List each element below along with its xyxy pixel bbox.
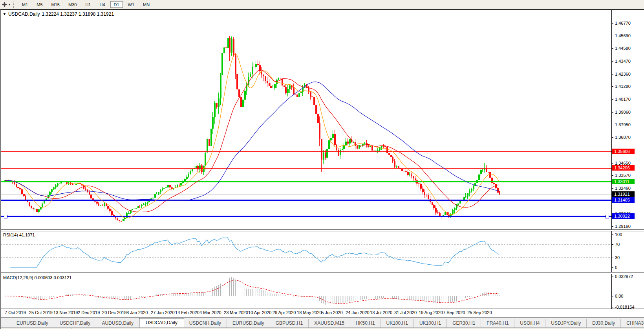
- rsi-pane[interactable]: RSI(14) 41.1071 10070300: [1, 231, 644, 272]
- date-axis-label: 2 Dec 2019: [78, 310, 100, 315]
- price-axis-tick-label: 1.44580: [615, 46, 631, 51]
- price-axis-tick-label: 1.37950: [615, 122, 631, 127]
- rsi-chart-svg[interactable]: [1, 231, 612, 272]
- date-axis-label: 13 Nov 2019: [53, 310, 78, 315]
- macd-axis-tick: [612, 296, 613, 296]
- rsi-axis-tick: [612, 258, 613, 258]
- timeframe-button-m15[interactable]: M15: [48, 1, 63, 8]
- macd-axis-tick: [612, 276, 613, 276]
- chart-tab-hk50-h1[interactable]: HK50,H1: [350, 319, 381, 327]
- chart-tab-bar: EURUSD,DailyUSDCHF,DailyAUDUSD,DailyUSDC…: [1, 317, 644, 327]
- price-axis-tick-label: 1.46770: [615, 21, 631, 25]
- date-axis-label: 4 Mar 2020: [199, 310, 221, 315]
- line-handle[interactable]: [4, 215, 7, 218]
- date-axis-label: 29 Apr 2020: [273, 310, 296, 315]
- level-price-label[interactable]: 1.34206: [612, 165, 635, 171]
- price-axis-tick-label: 1.29160: [615, 224, 631, 229]
- chart-title: ▼ USDCAD,Daily 1.32224 1.32237 1.31898 1…: [3, 11, 114, 17]
- rsi-axis-tick-label: 100: [615, 232, 622, 237]
- chart-tab-eurusd-daily[interactable]: EURUSD,Daily: [11, 319, 54, 327]
- price-axis-tick: [612, 137, 613, 138]
- price-axis-tick-label: 1.40170: [615, 97, 631, 102]
- price-axis-tick: [612, 188, 613, 189]
- chart-tab-fra40-h1[interactable]: FRA40,H1: [481, 319, 514, 327]
- crosshair-tool-icon[interactable]: [1, 1, 8, 8]
- price-axis-tick-label: 1.42360: [615, 72, 631, 76]
- level-price-label[interactable]: 1.30022: [612, 213, 635, 219]
- price-axis-tick: [612, 175, 613, 176]
- rsi-label: RSI(14) 41.1071: [3, 233, 35, 237]
- date-axis-label: 31 Jul 2020: [394, 310, 417, 315]
- rsi-axis-tick: [612, 267, 613, 268]
- rsi-axis-tick-label: 70: [615, 242, 620, 247]
- chart-tab-china300-h1[interactable]: CHINA300,H1: [621, 319, 644, 327]
- price-axis-tick: [612, 86, 613, 87]
- price-axis-tick-label: 1.39060: [615, 110, 631, 115]
- chart-tab-usdjpy-daily[interactable]: USDJPY,Daily: [545, 319, 587, 327]
- price-axis-tick: [612, 36, 613, 36]
- price-axis[interactable]: 1.467701.456901.445801.434701.423601.412…: [611, 10, 644, 229]
- top-toolbar: ▾ M1M5M15M30H1H4D1W1MN: [0, 0, 644, 9]
- date-axis-label: 25 Sep 2020: [467, 310, 492, 315]
- chart-tab-uk100-h1[interactable]: UK100,H1: [381, 319, 414, 327]
- chart-collapse-icon[interactable]: ▼: [3, 12, 6, 16]
- toolbar-grip[interactable]: [13, 2, 16, 8]
- chart-ohlc-values: 1.32224 1.32237 1.31898 1.31921: [42, 11, 114, 17]
- level-price-label[interactable]: 1.35606: [612, 149, 635, 154]
- level-price-label[interactable]: 1.33011: [612, 179, 635, 184]
- chart-tab-xauusd-m15[interactable]: XAUUSD,M15: [309, 319, 350, 327]
- macd-axis[interactable]: 0.0329720.00-0.018154: [611, 274, 644, 309]
- price-axis-tick-label: 1.45690: [615, 33, 631, 38]
- price-axis-tick-label: 1.32460: [615, 186, 631, 191]
- chart-tab-usdcnh-daily[interactable]: USDCNH,Daily: [184, 319, 227, 327]
- chart-tab-gbpusd-h1[interactable]: GBPUSD,H1: [270, 319, 309, 327]
- chart-tab-ger30-h1[interactable]: GER30,H1: [447, 319, 481, 327]
- price-axis-tick: [612, 112, 613, 113]
- date-axis-label: 19 Aug 2020: [419, 310, 443, 315]
- timeframe-button-w1[interactable]: W1: [124, 1, 138, 8]
- price-pane[interactable]: ▼ USDCAD,Daily 1.32224 1.32237 1.31898 1…: [1, 10, 644, 229]
- line-handle[interactable]: [606, 215, 609, 218]
- chart-symbol-label: USDCAD,Daily: [8, 11, 40, 17]
- price-chart-svg[interactable]: [1, 10, 612, 229]
- macd-chart-svg[interactable]: [1, 274, 612, 309]
- date-axis[interactable]: 7 Oct 201925 Oct 201913 Nov 20192 Dec 20…: [1, 309, 644, 317]
- chart-tab-usdchf-daily[interactable]: USDCHF,Daily: [54, 319, 97, 327]
- price-axis-tick: [612, 125, 613, 125]
- macd-pane[interactable]: MACD(12,26,9) 0.000603 0.003121 0.032972…: [1, 274, 644, 309]
- chart-tab-uk100-h1[interactable]: UK100,H1: [414, 319, 447, 327]
- price-axis-tick-label: 1.36870: [615, 135, 631, 140]
- rsi-axis-tick: [612, 244, 613, 245]
- macd-axis-tick-label: 0.00: [615, 294, 623, 298]
- date-axis-label: 27 Jan 2020: [151, 310, 175, 315]
- rsi-axis-tick-label: 30: [615, 255, 620, 260]
- date-axis-label: 25 Oct 2019: [29, 310, 53, 315]
- timeframe-button-m1[interactable]: M1: [18, 1, 31, 8]
- macd-label: MACD(12,26,9) 0.000603 0.003121: [3, 275, 71, 280]
- timeframe-button-mn[interactable]: MN: [139, 1, 153, 8]
- tool-dropdown-arrow[interactable]: ▾: [9, 3, 10, 6]
- price-axis-tick-label: 1.33570: [615, 173, 631, 178]
- current-price-label[interactable]: 1.31921: [612, 191, 635, 197]
- rsi-axis-tick-label: 0: [615, 265, 617, 270]
- date-axis-label: 8 Jan 2020: [126, 310, 148, 315]
- chart-tab-dj30-daily[interactable]: DJ30,Daily: [587, 319, 621, 327]
- rsi-axis[interactable]: 10070300: [611, 231, 644, 272]
- timeframe-button-m5[interactable]: M5: [33, 1, 46, 8]
- price-axis-tick: [612, 74, 613, 75]
- chart-tab-usoil-h4[interactable]: USOil,H4: [514, 319, 545, 327]
- timeframe-button-m30[interactable]: M30: [65, 1, 80, 8]
- chart-tab-usdcad-daily[interactable]: USDCAD,Daily: [139, 318, 184, 327]
- price-axis-tick-label: 1.41280: [615, 84, 631, 89]
- timeframe-button-h4[interactable]: H4: [96, 1, 108, 8]
- chart-tab-eurusd-daily[interactable]: EURUSD,Daily: [227, 319, 270, 327]
- chart-tab-audusd-daily[interactable]: AUDUSD,Daily: [96, 319, 139, 327]
- date-axis-label: 10 Apr 2020: [248, 310, 271, 315]
- timeframe-button-h1[interactable]: H1: [82, 1, 94, 8]
- rsi-axis-tick: [612, 234, 613, 235]
- date-axis-label: 7 Oct 2019: [5, 310, 26, 315]
- timeframe-button-d1[interactable]: D1: [110, 1, 123, 8]
- macd-axis-tick-label: -0.018154: [615, 305, 635, 309]
- chart-window: ▼ USDCAD,Daily 1.32224 1.32237 1.31898 1…: [0, 9, 644, 329]
- level-price-label[interactable]: 1.31405: [612, 197, 635, 203]
